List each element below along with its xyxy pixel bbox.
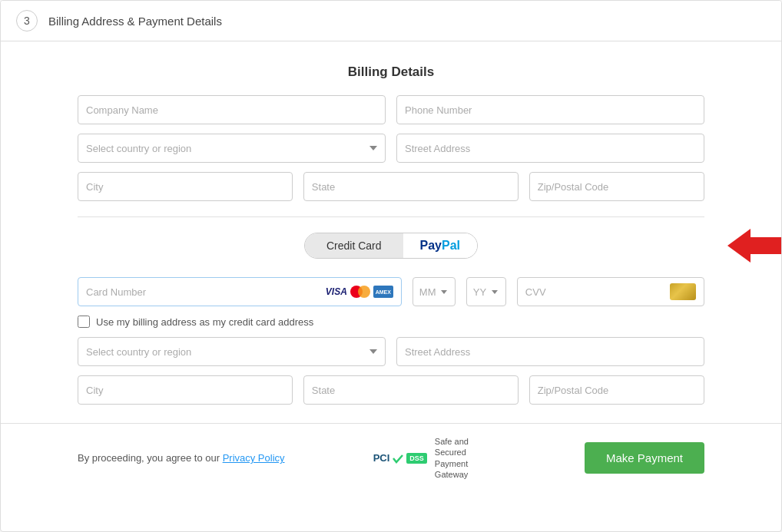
billing-details-title: Billing Details: [78, 64, 704, 80]
page-header-title: Billing Address & Payment Details: [48, 15, 222, 28]
mm-select[interactable]: MM: [419, 286, 449, 298]
billing-row-1: [78, 95, 704, 124]
yy-select[interactable]: YY: [473, 286, 499, 298]
paypal-pay-text: Pay: [420, 239, 442, 253]
agreement-text: By proceeding, you agree to our: [78, 452, 223, 464]
cvv-card-icon: [670, 283, 696, 300]
state-input[interactable]: [303, 172, 519, 201]
page-header: 3 Billing Address & Payment Details: [1, 1, 781, 41]
yy-select-wrap: YY: [466, 277, 506, 306]
paypal-tab[interactable]: PayPal: [403, 233, 477, 258]
billing-row-3: [78, 172, 704, 201]
dss-badge: DSS: [406, 453, 427, 464]
footer-pci: PCI DSS Safe and Secured Payment Gateway: [373, 436, 496, 480]
arrow-body: [751, 237, 782, 254]
main-content: Billing Details Select country or region…: [1, 41, 781, 405]
cc-country-select[interactable]: Select country or region: [78, 337, 386, 366]
card-number-field[interactable]: Card Number VISA AMEX: [78, 277, 402, 306]
arrow-indicator: [727, 229, 782, 263]
credit-card-tab[interactable]: Credit Card: [305, 233, 403, 258]
paypal-pal-text: Pal: [442, 239, 460, 253]
zip-input[interactable]: [529, 172, 704, 201]
cc-zip-input[interactable]: [529, 375, 704, 405]
billing-row-2: Select country or region: [78, 134, 704, 163]
privacy-policy-link[interactable]: Privacy Policy: [223, 452, 285, 464]
pci-checkmark-icon: [391, 451, 405, 465]
arrow-head: [727, 229, 751, 263]
use-billing-label: Use my billing address as my credit card…: [96, 316, 313, 328]
cc-address-row-2: [78, 375, 704, 405]
amex-logo: AMEX: [373, 286, 393, 298]
visa-logo: VISA: [326, 286, 347, 297]
pci-text: PCI: [373, 452, 390, 464]
cvv-field[interactable]: CVV: [517, 277, 704, 306]
card-number-placeholder: Card Number: [86, 286, 321, 298]
phone-number-input[interactable]: [396, 95, 704, 124]
make-payment-button[interactable]: Make Payment: [585, 442, 704, 474]
tabs-wrapper: Credit Card PayPal: [304, 233, 478, 259]
city-input[interactable]: [78, 172, 293, 201]
step-number: 3: [16, 10, 38, 31]
use-billing-checkbox[interactable]: [78, 316, 90, 328]
street-address-input[interactable]: [396, 134, 704, 163]
payment-tabs: Credit Card PayPal: [78, 233, 704, 259]
pci-badge: PCI DSS: [373, 451, 427, 465]
card-logos: VISA AMEX: [326, 286, 393, 298]
divider-1: [78, 216, 704, 217]
mc-circle-right: [358, 286, 370, 298]
country-select[interactable]: Select country or region: [78, 134, 386, 163]
company-name-input[interactable]: [78, 95, 386, 124]
mastercard-logo: [350, 286, 370, 298]
cc-street-input[interactable]: [396, 337, 704, 366]
secure-text: Safe and Secured Payment Gateway: [435, 436, 496, 480]
footer-agreement: By proceeding, you agree to our Privacy …: [78, 452, 285, 464]
card-row: Card Number VISA AMEX MM: [78, 277, 704, 306]
mm-select-wrap: MM: [413, 277, 456, 306]
cc-state-input[interactable]: [303, 375, 519, 405]
cvv-placeholder: CVV: [525, 286, 546, 298]
cc-city-input[interactable]: [78, 375, 293, 405]
page-container: 3 Billing Address & Payment Details Bill…: [0, 0, 782, 532]
cc-address-row-1: Select country or region: [78, 337, 704, 366]
use-billing-row: Use my billing address as my credit card…: [78, 316, 704, 328]
footer: By proceeding, you agree to our Privacy …: [1, 423, 781, 492]
